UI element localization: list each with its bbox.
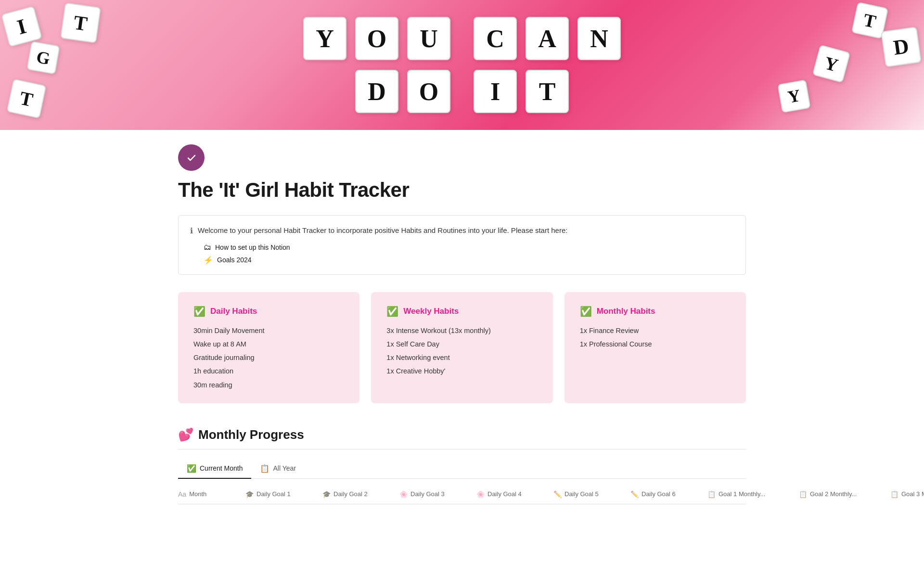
scatter-tile-2: G (26, 41, 60, 75)
col-daily1-icon: 🎓 (245, 490, 254, 498)
info-text: Welcome to your personal Habit Tracker t… (198, 225, 567, 236)
tile-row-1: Y O U C A N (303, 17, 621, 60)
col-daily5-label: Daily Goal 5 (565, 490, 599, 498)
col-header-daily-goal-5: ✏️ Daily Goal 5 (553, 490, 630, 498)
monthly-habits-header: ✅ Monthly Habits (580, 306, 731, 317)
col-goal3-label: Goal 3 Monthly... (901, 490, 924, 498)
page-title: The 'It' Girl Habit Tracker (178, 179, 746, 202)
tab-current-month-label: Current Month (200, 464, 243, 472)
tile-CAN-A: A (526, 17, 569, 60)
info-box: ℹ Welcome to your personal Habit Tracker… (178, 215, 746, 275)
col-daily4-label: Daily Goal 4 (488, 490, 522, 498)
tile-row-2: D O I T (355, 70, 569, 113)
col-daily3-icon: 🌸 (399, 490, 408, 498)
daily-habit-3: Gratitude journaling (193, 353, 344, 362)
col-header-daily-goal-3: 🌸 Daily Goal 3 (399, 490, 476, 498)
col-month-label: Month (189, 490, 206, 498)
col-goal1-icon: 📋 (707, 490, 716, 498)
weekly-habit-1: 3x Intense Workout (13x monthly) (386, 326, 537, 335)
scatter-tile-6: Y (812, 45, 851, 83)
col-daily6-label: Daily Goal 6 (642, 490, 676, 498)
col-header-daily-goal-4: 🌸 Daily Goal 4 (476, 490, 553, 498)
weekly-habits-title: Weekly Habits (403, 307, 459, 316)
link-how-to-setup[interactable]: 🗂 How to set up this Notion (204, 243, 734, 252)
section-emoji: 💕 (178, 427, 193, 442)
monthly-habit-2: 1x Professional Course (580, 339, 731, 349)
scatter-tile-1: I (1, 6, 42, 47)
weekly-habits-card: ✅ Weekly Habits 3x Intense Workout (13x … (371, 292, 552, 403)
tile-D: D (355, 70, 398, 113)
weekly-habit-4: 1x Creative Hobby' (386, 366, 537, 376)
col-daily4-icon: 🌸 (476, 490, 485, 498)
col-header-goal-monthly-3: 📋 Goal 3 Monthly... (890, 490, 924, 498)
scatter-tile-5: D (881, 26, 922, 67)
col-header-goal-monthly-1: 📋 Goal 1 Monthly... (707, 490, 799, 498)
col-daily1-label: Daily Goal 1 (257, 490, 291, 498)
tab-current-month-icon: ✅ (187, 464, 196, 473)
daily-habits-list: 30min Daily Movement Wake up at 8 AM Gra… (193, 326, 344, 390)
col-header-goal-monthly-2: 📋 Goal 2 Monthly... (799, 490, 890, 498)
daily-habit-2: Wake up at 8 AM (193, 339, 344, 349)
col-daily6-icon: ✏️ (630, 490, 639, 498)
info-header: ℹ Welcome to your personal Habit Tracker… (190, 225, 734, 236)
col-daily5-icon: ✏️ (553, 490, 562, 498)
link-goals-2024[interactable]: ⚡ Goals 2024 (204, 256, 734, 265)
info-icon: ℹ (190, 226, 193, 235)
monthly-habits-title: Monthly Habits (597, 307, 655, 316)
tab-current-month[interactable]: ✅ Current Month (178, 459, 251, 479)
hero-banner: I G T T D Y Y T Y O U C A N D O I T (0, 0, 924, 130)
tile-O2: O (407, 70, 450, 113)
monthly-habits-card: ✅ Monthly Habits 1x Finance Review 1x Pr… (565, 292, 746, 403)
link-goals-label: Goals 2024 (217, 256, 252, 264)
tile-Y: Y (303, 17, 346, 60)
svg-point-0 (185, 151, 198, 165)
weekly-habits-list: 3x Intense Workout (13x monthly) 1x Self… (386, 326, 537, 376)
tabs-row: ✅ Current Month 📋 All Year (178, 459, 746, 479)
link-how-to-setup-label: How to set up this Notion (215, 244, 290, 251)
tile-CAN-C: C (474, 17, 517, 60)
table-header-row: Aa Month 🎓 Daily Goal 1 🎓 Daily Goal 2 🌸… (178, 485, 746, 504)
tile-U: U (407, 17, 450, 60)
bolt-icon: ⚡ (204, 256, 213, 265)
monthly-progress-section: 💕 Monthly Progress ✅ Current Month 📋 All… (178, 427, 746, 504)
col-daily2-label: Daily Goal 2 (334, 490, 368, 498)
monthly-habit-1: 1x Finance Review (580, 326, 731, 335)
weekly-habits-header: ✅ Weekly Habits (386, 306, 537, 317)
col-header-daily-goal-1: 🎓 Daily Goal 1 (245, 490, 322, 498)
col-goal1-label: Goal 1 Monthly... (719, 490, 765, 498)
col-goal2-icon: 📋 (799, 490, 807, 498)
weekly-habit-2: 1x Self Care Day (386, 339, 537, 349)
tile-CAN-N: N (578, 17, 621, 60)
bottom-area (178, 504, 746, 552)
daily-habits-card: ✅ Daily Habits 30min Daily Movement Wake… (178, 292, 359, 403)
daily-habit-5: 30m reading (193, 380, 344, 390)
daily-habits-header: ✅ Daily Habits (193, 306, 344, 317)
col-daily3-label: Daily Goal 3 (411, 490, 445, 498)
monthly-habits-icon: ✅ (580, 306, 592, 317)
col-month-icon: Aa (178, 490, 186, 498)
weekly-habit-3: 1x Networking event (386, 353, 537, 362)
main-content: The 'It' Girl Habit Tracker ℹ Welcome to… (149, 144, 775, 552)
habits-grid: ✅ Daily Habits 30min Daily Movement Wake… (178, 292, 746, 403)
monthly-habits-list: 1x Finance Review 1x Professional Course (580, 326, 731, 349)
col-header-daily-goal-6: ✏️ Daily Goal 6 (630, 490, 707, 498)
tile-O: O (355, 17, 398, 60)
tile-I: I (474, 70, 517, 113)
tab-all-year-icon: 📋 (260, 464, 270, 473)
tab-all-year-label: All Year (273, 464, 295, 472)
daily-habits-icon: ✅ (193, 306, 205, 317)
tab-all-year[interactable]: 📋 All Year (251, 459, 304, 479)
info-links: 🗂 How to set up this Notion ⚡ Goals 2024 (190, 243, 734, 265)
col-goal3-icon: 📋 (890, 490, 898, 498)
col-header-daily-goal-2: 🎓 Daily Goal 2 (322, 490, 399, 498)
col-header-month: Aa Month (178, 490, 245, 498)
hero-tiles: Y O U C A N D O I T (303, 17, 621, 113)
section-divider (178, 449, 746, 449)
section-title-text: Monthly Progress (198, 427, 304, 442)
scatter-tile-7: Y (777, 79, 811, 113)
col-daily2-icon: 🎓 (322, 490, 331, 498)
weekly-habits-icon: ✅ (386, 306, 398, 317)
scatter-tile-8: T (6, 78, 46, 118)
section-title: 💕 Monthly Progress (178, 427, 746, 442)
icon-badge (178, 144, 746, 171)
